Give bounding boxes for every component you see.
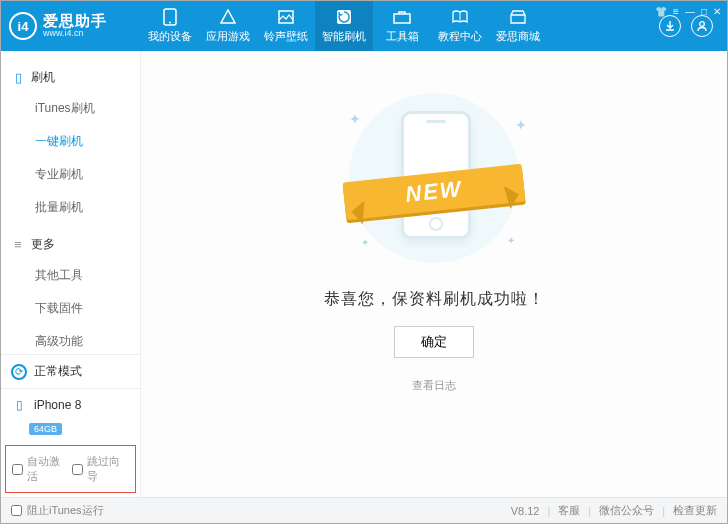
sidebar-item-batch-flash[interactable]: 批量刷机	[1, 191, 140, 224]
refresh-icon: ⟳	[11, 364, 27, 380]
sidebar-group-more[interactable]: ≡ 更多	[1, 230, 140, 259]
sidebar-item-advanced[interactable]: 高级功能	[1, 325, 140, 354]
success-illustration: ✦ ✦ ✦ ✦ NEW	[319, 87, 549, 267]
nav-label: 应用游戏	[206, 29, 250, 44]
nav-my-device[interactable]: 我的设备	[141, 1, 199, 51]
device-name: iPhone 8	[34, 398, 81, 412]
checkbox-label: 跳过向导	[87, 454, 130, 484]
mode-label: 正常模式	[34, 363, 82, 380]
top-nav: 我的设备 应用游戏 铃声壁纸 智能刷机 工具箱 教程中心	[141, 1, 659, 51]
sidebar-item-oneclick-flash[interactable]: 一键刷机	[1, 125, 140, 158]
sidebar-group-flash[interactable]: ▯ 刷机	[1, 63, 140, 92]
skin-icon[interactable]: 👕	[655, 6, 667, 17]
block-itunes-checkbox[interactable]: 阻止iTunes运行	[11, 503, 104, 518]
version-label: V8.12	[511, 505, 540, 517]
options-row: 自动激活 跳过向导	[5, 445, 136, 493]
header-bar: i4 爱思助手 www.i4.cn 我的设备 应用游戏 铃声壁纸 智能刷机	[1, 1, 727, 51]
phone-small-icon: ▯	[11, 70, 25, 85]
svg-point-1	[169, 22, 171, 24]
flash-icon	[335, 8, 353, 26]
nav-label: 工具箱	[386, 29, 419, 44]
svg-point-6	[700, 22, 705, 27]
logo-mark-icon: i4	[9, 12, 37, 40]
window-controls: 👕 ≡ — □ ✕	[649, 1, 727, 21]
wechat-link[interactable]: 微信公众号	[599, 503, 654, 518]
logo-title: 爱思助手	[43, 13, 107, 30]
footer-bar: 阻止iTunes运行 V8.12 | 客服 | 微信公众号 | 检查更新	[1, 497, 727, 523]
svg-rect-4	[394, 14, 410, 23]
nav-tutorials[interactable]: 教程中心	[431, 1, 489, 51]
content-area: ✦ ✦ ✦ ✦ NEW 恭喜您，保资料刷机成功啦！ 确定 查看日志	[141, 51, 727, 497]
support-link[interactable]: 客服	[558, 503, 580, 518]
nav-ringtones[interactable]: 铃声壁纸	[257, 1, 315, 51]
nav-label: 铃声壁纸	[264, 29, 308, 44]
sparkle-icon: ✦	[349, 111, 361, 127]
book-icon	[451, 8, 469, 26]
maximize-icon[interactable]: □	[701, 6, 707, 17]
device-row[interactable]: ▯ iPhone 8	[1, 389, 140, 421]
logo: i4 爱思助手 www.i4.cn	[1, 12, 141, 40]
body: ▯ 刷机 iTunes刷机 一键刷机 专业刷机 批量刷机 ≡ 更多 其他工具 下…	[1, 51, 727, 497]
menu-icon[interactable]: ≡	[673, 6, 679, 17]
checkbox-label: 阻止iTunes运行	[27, 503, 104, 518]
nav-label: 我的设备	[148, 29, 192, 44]
toolbox-icon	[393, 8, 411, 26]
ok-button[interactable]: 确定	[394, 326, 474, 358]
sparkle-icon: ✦	[515, 117, 527, 133]
logo-url: www.i4.cn	[43, 29, 107, 39]
nav-apps[interactable]: 应用游戏	[199, 1, 257, 51]
skip-guide-checkbox[interactable]: 跳过向导	[72, 454, 130, 484]
check-update-link[interactable]: 检查更新	[673, 503, 717, 518]
view-log-link[interactable]: 查看日志	[412, 378, 456, 393]
nav-label: 教程中心	[438, 29, 482, 44]
nav-store[interactable]: 爱思商城	[489, 1, 547, 51]
nav-flash[interactable]: 智能刷机	[315, 1, 373, 51]
sidebar-item-other-tools[interactable]: 其他工具	[1, 259, 140, 292]
close-icon[interactable]: ✕	[713, 6, 721, 17]
wallpaper-icon	[277, 8, 295, 26]
minimize-icon[interactable]: —	[685, 6, 695, 17]
mode-row[interactable]: ⟳ 正常模式	[1, 355, 140, 388]
storage-badge: 64GB	[29, 423, 62, 435]
group-label: 刷机	[31, 69, 55, 86]
sidebar-item-download-firmware[interactable]: 下载固件	[1, 292, 140, 325]
sparkle-icon: ✦	[361, 237, 369, 248]
sidebar-item-pro-flash[interactable]: 专业刷机	[1, 158, 140, 191]
sparkle-icon: ✦	[507, 235, 515, 246]
checkbox-label: 自动激活	[27, 454, 70, 484]
success-message: 恭喜您，保资料刷机成功啦！	[324, 289, 545, 310]
nav-toolbox[interactable]: 工具箱	[373, 1, 431, 51]
sidebar-bottom: ⟳ 正常模式 ▯ iPhone 8 64GB 自动激活 跳过向导	[1, 354, 140, 497]
app-window: i4 爱思助手 www.i4.cn 我的设备 应用游戏 铃声壁纸 智能刷机	[0, 0, 728, 524]
nav-label: 爱思商城	[496, 29, 540, 44]
sidebar: ▯ 刷机 iTunes刷机 一键刷机 专业刷机 批量刷机 ≡ 更多 其他工具 下…	[1, 51, 141, 497]
phone-icon	[161, 8, 179, 26]
list-icon: ≡	[11, 237, 25, 252]
nav-label: 智能刷机	[322, 29, 366, 44]
apps-icon	[219, 8, 237, 26]
device-phone-icon: ▯	[11, 397, 27, 413]
group-label: 更多	[31, 236, 55, 253]
sidebar-item-itunes-flash[interactable]: iTunes刷机	[1, 92, 140, 125]
auto-activate-checkbox[interactable]: 自动激活	[12, 454, 70, 484]
store-icon	[509, 8, 527, 26]
